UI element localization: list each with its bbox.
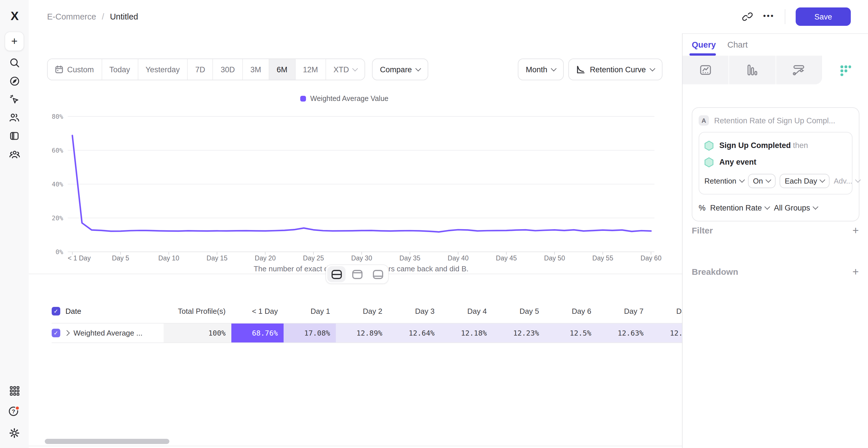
expand-row-icon[interactable]	[64, 330, 70, 336]
y-tick-label: 40%	[52, 181, 63, 188]
help-icon[interactable]: ?	[0, 404, 29, 419]
range-button-30d[interactable]: 30D	[213, 59, 243, 80]
retention-on-dropdown[interactable]: On	[748, 174, 776, 188]
series-badge: A	[699, 115, 709, 126]
view-chart-only-button[interactable]	[348, 266, 366, 282]
retention-curve-icon	[577, 65, 585, 74]
chart-type-dropdown[interactable]: Retention Curve	[569, 59, 662, 80]
users-icon[interactable]	[0, 110, 29, 125]
column-header-day-6[interactable]: Day 6	[545, 307, 597, 315]
chart-legend[interactable]: Weighted Average Value	[31, 95, 658, 103]
more-options-icon[interactable]: •••	[763, 11, 774, 20]
series-title[interactable]: Retention Rate of Sign Up Compl...	[714, 116, 835, 125]
retention-mode-dropdown[interactable]: Retention	[704, 176, 744, 185]
value-cell--1-day[interactable]: 68.76%	[231, 323, 284, 342]
value-cell-day-8[interactable]: 12.57%	[649, 323, 682, 342]
y-tick-label: 20%	[52, 214, 63, 222]
add-breakdown-button[interactable]: +	[852, 266, 859, 277]
table-header-row: ✓DateTotal Profile(s)< 1 DayDay 1Day 2Da…	[52, 302, 682, 319]
add-filter-button[interactable]: +	[852, 225, 859, 236]
report-retention-button[interactable]	[822, 56, 868, 84]
event-hexagon-icon	[704, 140, 714, 150]
value-cell-day-3[interactable]: 12.64%	[388, 323, 440, 342]
report-funnels-button[interactable]	[730, 56, 776, 84]
event-steps-card: Sign Up Completed then Any event Retenti…	[699, 132, 852, 195]
events-cursor-icon[interactable]	[0, 92, 29, 107]
apps-grid-icon[interactable]	[0, 383, 29, 398]
range-button-today[interactable]: Today	[102, 59, 138, 80]
legend-swatch	[301, 96, 306, 102]
copy-link-icon[interactable]	[743, 11, 753, 22]
funnels-icon	[746, 64, 758, 76]
x-tick-label: Day 20	[255, 254, 276, 262]
active-tab-underline	[689, 53, 716, 55]
y-tick-label: 60%	[52, 147, 63, 154]
column-header-date[interactable]: ✓Date	[52, 307, 164, 315]
value-cell-total-profile-s-[interactable]: 100%	[164, 323, 231, 342]
horizontal-scrollbar[interactable]	[45, 439, 169, 444]
x-tick-label: < 1 Day	[68, 254, 91, 262]
range-button-custom[interactable]: Custom	[48, 59, 102, 80]
select-all-checkbox[interactable]: ✓	[52, 307, 60, 315]
range-button-yesterday[interactable]: Yesterday	[138, 59, 188, 80]
range-button-7d[interactable]: 7D	[188, 59, 213, 80]
value-cell-day-1[interactable]: 17.08%	[284, 323, 336, 342]
boards-icon[interactable]	[0, 129, 29, 143]
value-cell-day-2[interactable]: 12.89%	[336, 323, 388, 342]
range-button-12m[interactable]: 12M	[296, 59, 326, 80]
value-cell-day-6[interactable]: 12.5%	[545, 323, 597, 342]
tab-chart[interactable]: Chart	[727, 34, 748, 56]
column-header-total-profile-s-[interactable]: Total Profile(s)	[164, 307, 231, 315]
event-step-b[interactable]: Any event	[704, 154, 847, 170]
table-row[interactable]: ✓Weighted Average ...100%68.76%17.08%12.…	[52, 323, 682, 343]
tab-query[interactable]: Query	[692, 34, 716, 56]
settings-gear-icon[interactable]	[0, 426, 29, 441]
range-button-xtd[interactable]: XTD	[326, 59, 365, 80]
retention-interval-dropdown[interactable]: Each Day	[780, 174, 830, 188]
report-flows-button[interactable]	[776, 56, 822, 84]
compare-button[interactable]: Compare	[372, 59, 429, 80]
view-table-only-button[interactable]	[369, 266, 387, 282]
advanced-dropdown[interactable]: Adv...	[834, 176, 860, 185]
column-header-day-5[interactable]: Day 5	[493, 307, 545, 315]
save-button[interactable]: Save	[796, 7, 851, 26]
row-checkbox[interactable]: ✓	[52, 329, 60, 337]
explore-compass-icon[interactable]	[0, 73, 29, 88]
view-split-button[interactable]	[327, 266, 346, 282]
search-icon[interactable]	[0, 55, 29, 70]
insights-icon	[699, 64, 712, 76]
retention-line-chart: 0%20%40%60%80%< 1 DayDay 5Day 10Day 15Da…	[31, 108, 662, 280]
column-header-day-8[interactable]: Day 8	[649, 307, 682, 315]
column-header-day-1[interactable]: Day 1	[284, 307, 336, 315]
retention-line-series[interactable]	[72, 135, 651, 232]
value-cell-day-5[interactable]: 12.23%	[493, 323, 545, 342]
view-toggle-group	[326, 265, 389, 284]
row-label-cell[interactable]: ✓Weighted Average ...	[52, 323, 164, 342]
range-button-3m[interactable]: 3M	[243, 59, 269, 80]
event-step-a[interactable]: Sign Up Completed then	[704, 137, 847, 154]
range-button-6m[interactable]: 6M	[269, 59, 296, 80]
column-header-day-3[interactable]: Day 3	[388, 307, 440, 315]
notification-dot	[16, 406, 20, 410]
column-header-day-2[interactable]: Day 2	[336, 307, 388, 315]
value-cell-day-4[interactable]: 12.18%	[440, 323, 493, 342]
svg-text:?: ?	[12, 408, 15, 414]
breadcrumb-page-title[interactable]: Untitled	[110, 12, 138, 21]
column-header--1-day[interactable]: < 1 Day	[231, 307, 284, 315]
granularity-dropdown[interactable]: Month	[518, 59, 564, 80]
report-insights-button[interactable]	[683, 56, 730, 84]
value-cell-day-7[interactable]: 12.63%	[597, 323, 649, 342]
breadcrumb-workspace[interactable]: E-Commerce	[47, 12, 96, 21]
sidebar: X + ?	[0, 0, 29, 448]
y-tick-label: 0%	[56, 248, 63, 255]
mixpanel-logo-icon[interactable]: X	[0, 8, 29, 24]
groups-dropdown[interactable]: All Groups	[774, 203, 817, 212]
legend-label: Weighted Average Value	[310, 95, 389, 103]
column-header-day-4[interactable]: Day 4	[440, 307, 493, 315]
x-tick-label: Day 60	[641, 254, 662, 262]
metric-dropdown[interactable]: Retention Rate	[710, 203, 769, 212]
cohorts-icon[interactable]	[0, 147, 29, 162]
column-header-day-7[interactable]: Day 7	[597, 307, 649, 315]
query-panel: Query Chart A Retention Rate of	[682, 33, 868, 448]
create-new-button[interactable]: +	[0, 32, 29, 50]
